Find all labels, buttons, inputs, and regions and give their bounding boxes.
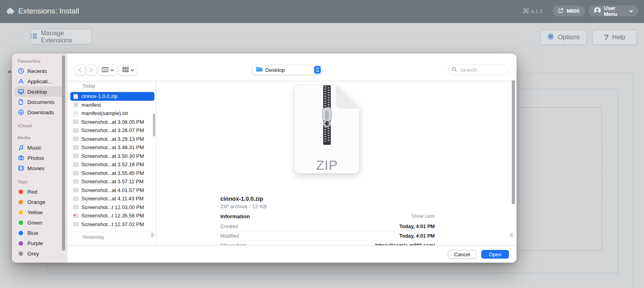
file-list-scrollbar[interactable] <box>153 113 155 136</box>
help-button[interactable]: ? Help <box>592 30 637 45</box>
sidebar-item-yellow[interactable]: Yellow <box>12 207 67 217</box>
file-row[interactable]: Screenshot...at 3.29.13 PM <box>67 135 156 144</box>
preview-resize-handle[interactable] <box>511 233 515 237</box>
group-by-button[interactable] <box>118 65 137 75</box>
location-dropdown[interactable]: Desktop <box>252 65 322 75</box>
sidebar-item-green[interactable]: Green <box>12 217 67 228</box>
desktop-icon <box>17 88 24 95</box>
sidebar-item-label: Desktop <box>27 89 47 95</box>
file-row[interactable]: Screenshot...at 3.57.11 PM <box>67 177 156 186</box>
sidebar-item-blue[interactable]: Blue <box>12 228 67 238</box>
sidebar-item-documents[interactable]: Documents <box>12 97 67 107</box>
chevron-down-icon <box>629 8 633 14</box>
sidebar-item-label: Grey <box>27 251 39 257</box>
file-row[interactable]: cinnox-1.0.0.zip <box>70 92 154 101</box>
dialog-sidebar: FavouritesRecentsApplicati...DesktopDocu… <box>12 54 67 263</box>
file-row[interactable]: manifest(sample).txt <box>67 109 156 118</box>
file-row[interactable]: Screenshot...at 3.52.16 PM <box>67 160 156 169</box>
file-name: Screenshot...at 3.57.11 PM <box>81 179 144 184</box>
options-button[interactable]: Options <box>540 30 587 45</box>
file-row[interactable]: Screenshot...t 12.37.02 PM <box>67 220 156 229</box>
file-row[interactable]: Screenshot...at 4.01.57 PM <box>67 186 156 195</box>
chevron-down-icon <box>110 69 114 71</box>
info-label: Created <box>220 224 238 229</box>
tag-dot-icon <box>19 252 23 256</box>
user-icon <box>594 7 601 15</box>
sidebar-section-favourites: Favourites <box>17 59 67 65</box>
file-row[interactable]: Screenshot...at 3.55.45 PM <box>67 169 156 178</box>
file-name: Screenshot...at 3.52.16 PM <box>81 161 144 167</box>
shot-file-icon <box>73 179 79 185</box>
sidebar-item-red[interactable]: Red <box>12 186 67 197</box>
shot-file-icon <box>73 170 79 176</box>
file-row[interactable]: Screenshot...t 12.03.00 PM <box>67 203 156 212</box>
group-view-icon <box>122 67 129 74</box>
file-row[interactable]: Screenshot...at 3.26.07 PM <box>67 126 156 135</box>
sidebar-section-media: Media <box>17 135 67 141</box>
m800-label: M800 <box>567 8 580 14</box>
user-menu-button[interactable]: User Menu <box>588 6 638 16</box>
search-field[interactable] <box>448 65 509 75</box>
file-row[interactable]: Screenshot...at 3.48.31 PM <box>67 143 156 152</box>
clock-icon <box>17 68 24 75</box>
help-label: Help <box>612 34 625 41</box>
info-fields: CreatedToday, 4:01 PMModifiedToday, 4:01… <box>220 222 435 245</box>
file-name: manifest <box>81 102 101 108</box>
file-row[interactable]: Screenshot...at 4.11.43 PM <box>67 194 156 203</box>
joomla-logo-icon <box>523 8 529 15</box>
sidebar-section-icloud: iCloud <box>17 123 67 129</box>
sidebar-item-purple[interactable]: Purple <box>12 238 67 248</box>
cancel-button[interactable]: Cancel <box>448 250 476 259</box>
sidebar-item-photos[interactable]: Photos <box>12 153 67 163</box>
forward-button[interactable] <box>86 65 96 75</box>
camera-icon <box>17 155 24 161</box>
list-icon <box>31 33 37 40</box>
sidebar-item-movies[interactable]: Movies <box>12 163 67 173</box>
external-link-icon <box>558 8 564 15</box>
column-view-icon <box>102 67 108 74</box>
file-row[interactable]: manifest <box>67 101 156 109</box>
file-name: manifest(sample).txt <box>81 110 128 116</box>
show-less-link[interactable]: Show Less <box>411 213 435 219</box>
sidebar-item-recents[interactable]: Recents <box>12 66 67 76</box>
joomla-version: 4.1.5 <box>523 8 543 15</box>
sidebar-item-label: Blue <box>27 230 38 236</box>
shot-file-icon <box>73 136 79 142</box>
back-button[interactable] <box>75 65 85 75</box>
preview-scrollbar[interactable] <box>512 80 515 204</box>
sidebar-item-label: Downloads <box>27 109 54 115</box>
shot-file-icon <box>73 119 79 125</box>
tag-dot-icon <box>19 221 23 225</box>
sidebar-item-desktop[interactable]: Desktop <box>14 86 65 97</box>
tag-dot-icon <box>19 241 23 246</box>
file-name: Screenshot...t 12.37.02 PM <box>81 221 144 227</box>
shot-file-icon <box>73 196 79 202</box>
sidebar-item-downloads[interactable]: Downloads <box>12 107 67 117</box>
dialog-main: Desktop Todaycinnox-1.0.0.zipmanifestman… <box>67 54 517 263</box>
sidebar-item-music[interactable]: Music <box>12 142 67 153</box>
sidebar-item-label: Music <box>27 145 41 151</box>
file-name: Screenshot...t 12.35.56 PM <box>81 213 144 219</box>
manage-extensions-button[interactable]: Manage Extensions <box>30 29 92 44</box>
puzzle-icon <box>6 7 15 18</box>
sidebar-item-label: Yellow <box>27 209 43 215</box>
search-input[interactable] <box>459 67 505 73</box>
view-mode-button[interactable] <box>98 65 117 75</box>
file-row[interactable]: Screenshot...at 3.06.05 PM <box>67 118 156 127</box>
file-row[interactable]: Screenshot...t 12.35.56 PM <box>67 211 156 220</box>
sidebar-item-grey[interactable]: Grey <box>12 248 67 259</box>
column-resize-handle[interactable] <box>152 233 156 237</box>
film-icon <box>17 165 24 172</box>
file-name: cinnox-1.0.0.zip <box>81 93 118 99</box>
file-name: Screenshot...at 4.11.43 PM <box>81 196 144 202</box>
m800-button[interactable]: M800 <box>553 6 585 16</box>
file-row[interactable]: Screenshot...at 3.50.30 PM <box>67 152 156 161</box>
sidebar-item-label: Photos <box>27 155 44 161</box>
doc-file-icon <box>73 102 79 108</box>
download-icon <box>17 109 24 116</box>
sidebar-item-applicati[interactable]: Applicati... <box>12 76 67 86</box>
open-button[interactable]: Open <box>481 250 509 259</box>
sidebar-item-orange[interactable]: Orange <box>12 197 67 207</box>
file-name: Screenshot...at 3.50.30 PM <box>81 153 144 159</box>
sidebar-scrollbar[interactable] <box>62 56 65 251</box>
